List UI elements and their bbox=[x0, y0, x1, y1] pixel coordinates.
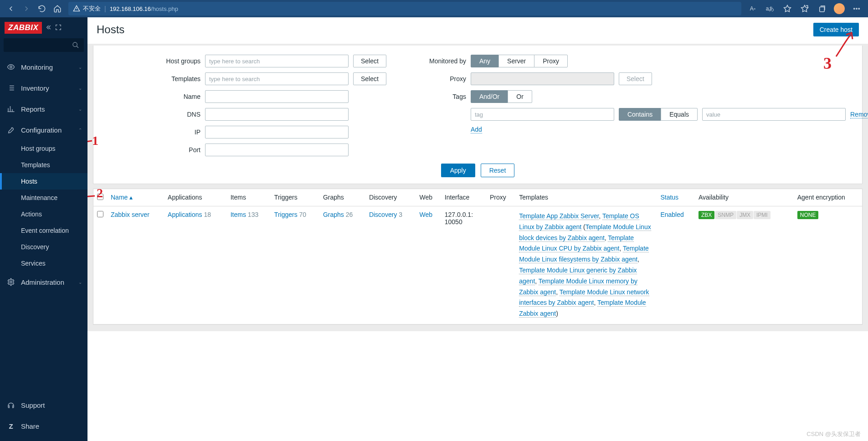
tag-andor[interactable]: And/Or bbox=[471, 90, 508, 103]
discovery-link[interactable]: Discovery bbox=[369, 211, 397, 218]
forward-button[interactable] bbox=[19, 1, 34, 16]
menu-support[interactable]: Support bbox=[0, 395, 87, 415]
ip-input[interactable] bbox=[205, 126, 349, 138]
collapse-sidebar-icon[interactable] bbox=[45, 24, 52, 32]
col-items: Items bbox=[227, 189, 271, 206]
svg-point-4 bbox=[73, 42, 77, 46]
templates-input[interactable] bbox=[205, 72, 349, 85]
templates-label: Templates bbox=[148, 75, 200, 82]
col-status[interactable]: Status bbox=[657, 189, 695, 206]
tag-contains[interactable]: Contains bbox=[619, 108, 661, 121]
menu-monitoring[interactable]: Monitoring⌄ bbox=[0, 56, 87, 77]
availability-cell: ZBXSNMPJMXIPMI bbox=[695, 206, 794, 324]
svg-point-3 bbox=[858, 8, 859, 9]
items-link[interactable]: Items bbox=[231, 211, 246, 218]
menu-reports[interactable]: Reports⌄ bbox=[0, 98, 87, 119]
proxy-text bbox=[486, 206, 515, 324]
more-icon[interactable] bbox=[849, 1, 864, 16]
logo[interactable]: ZABBIX bbox=[5, 22, 42, 34]
templates-select-button[interactable]: Select bbox=[353, 72, 386, 85]
favorites-icon[interactable] bbox=[797, 1, 812, 16]
monitored-by-any[interactable]: Any bbox=[471, 55, 499, 67]
web-link[interactable]: Web bbox=[419, 211, 432, 218]
tag-eval-group: And/Or Or bbox=[471, 90, 532, 103]
svg-point-5 bbox=[10, 66, 12, 68]
chevron-down-icon: ⌄ bbox=[78, 65, 82, 70]
wrench-icon bbox=[5, 126, 16, 134]
tag-remove-link[interactable]: Remove bbox=[850, 111, 868, 118]
dns-label: DNS bbox=[148, 111, 200, 118]
page-title: Hosts bbox=[97, 23, 124, 36]
encryption-chip: NONE bbox=[797, 211, 819, 219]
templates-cell: Template App Zabbix Server, Template OS … bbox=[515, 206, 657, 324]
interface-text: 127.0.0.1: 10050 bbox=[441, 206, 486, 324]
name-input[interactable] bbox=[205, 90, 349, 103]
back-button[interactable] bbox=[4, 1, 18, 16]
row-checkbox[interactable] bbox=[97, 211, 103, 217]
star-icon[interactable] bbox=[780, 1, 795, 16]
subitem-maintenance[interactable]: Maintenance bbox=[0, 190, 87, 206]
triggers-link[interactable]: Triggers bbox=[274, 211, 298, 218]
proxy-input bbox=[471, 72, 614, 85]
monitored-by-server[interactable]: Server bbox=[498, 55, 534, 67]
browser-chrome: 不安全 | 192.168.106.16/hosts.php A» aあ bbox=[0, 0, 868, 17]
chevron-down-icon: ⌄ bbox=[78, 280, 82, 285]
subitem-services[interactable]: Services bbox=[0, 255, 87, 272]
host-groups-select-button[interactable]: Select bbox=[353, 55, 386, 67]
dns-input[interactable] bbox=[205, 108, 349, 121]
svg-point-1 bbox=[854, 8, 855, 9]
subitem-templates[interactable]: Templates bbox=[0, 157, 87, 173]
sidebar-search[interactable] bbox=[4, 38, 84, 52]
col-name[interactable]: Name ▴ bbox=[107, 189, 164, 206]
reset-button[interactable]: Reset bbox=[481, 164, 515, 177]
col-interface: Interface bbox=[441, 189, 486, 206]
chevron-down-icon: ⌄ bbox=[78, 86, 82, 91]
proxy-label: Proxy bbox=[414, 75, 466, 82]
template-link[interactable]: Template App Zabbix Server bbox=[519, 212, 599, 220]
url-text: 192.168.106.16/hosts.php bbox=[110, 5, 178, 12]
eye-icon bbox=[5, 63, 16, 71]
reload-button[interactable] bbox=[35, 1, 49, 16]
hosts-table: Name ▴ Applications Items Triggers Graph… bbox=[93, 189, 862, 324]
subitem-host-groups[interactable]: Host groups bbox=[0, 140, 87, 157]
col-applications: Applications bbox=[164, 189, 227, 206]
create-host-button[interactable]: Create host bbox=[813, 23, 859, 36]
tag-add-link[interactable]: Add bbox=[471, 126, 482, 133]
port-label: Port bbox=[148, 146, 200, 154]
translate-icon[interactable]: aあ bbox=[762, 1, 778, 16]
svg-rect-0 bbox=[820, 7, 825, 12]
host-name-link[interactable]: Zabbix server bbox=[111, 211, 149, 218]
subitem-discovery[interactable]: Discovery bbox=[0, 239, 87, 255]
text-size-icon[interactable]: A» bbox=[745, 1, 760, 16]
subitem-actions[interactable]: Actions bbox=[0, 206, 87, 222]
avatar-icon[interactable] bbox=[832, 1, 847, 16]
subitem-hosts[interactable]: Hosts bbox=[0, 173, 87, 190]
monitored-by-proxy[interactable]: Proxy bbox=[534, 55, 568, 67]
subitem-event-correlation[interactable]: Event correlation bbox=[0, 222, 87, 239]
chevron-up-icon: ⌃ bbox=[78, 128, 82, 133]
apps-link[interactable]: Applications bbox=[168, 211, 202, 218]
menu-configuration[interactable]: Configuration⌃ bbox=[0, 119, 87, 140]
addr-separator: | bbox=[104, 5, 106, 12]
menu-share[interactable]: Z Share bbox=[0, 415, 87, 436]
tag-equals[interactable]: Equals bbox=[661, 108, 698, 121]
select-all-checkbox[interactable] bbox=[97, 194, 103, 200]
apply-button[interactable]: Apply bbox=[441, 164, 475, 177]
svg-point-2 bbox=[856, 8, 857, 9]
port-input[interactable] bbox=[205, 144, 349, 156]
address-bar[interactable]: 不安全 | 192.168.106.16/hosts.php bbox=[68, 2, 741, 15]
proxy-select-button: Select bbox=[619, 72, 652, 85]
menu-administration[interactable]: Administration⌄ bbox=[0, 272, 87, 292]
status-link[interactable]: Enabled bbox=[660, 211, 683, 218]
kiosk-icon[interactable] bbox=[55, 24, 62, 32]
tag-name-input[interactable] bbox=[471, 108, 614, 121]
graphs-link[interactable]: Graphs bbox=[323, 211, 344, 218]
tag-value-input[interactable] bbox=[702, 108, 846, 121]
host-groups-input[interactable] bbox=[205, 55, 349, 67]
share-icon: Z bbox=[5, 422, 16, 430]
menu-inventory[interactable]: Inventory⌄ bbox=[0, 77, 87, 98]
collections-icon[interactable] bbox=[814, 1, 830, 16]
home-button[interactable] bbox=[50, 1, 65, 16]
tag-op-group: Contains Equals bbox=[619, 108, 698, 121]
tag-or[interactable]: Or bbox=[508, 90, 532, 103]
